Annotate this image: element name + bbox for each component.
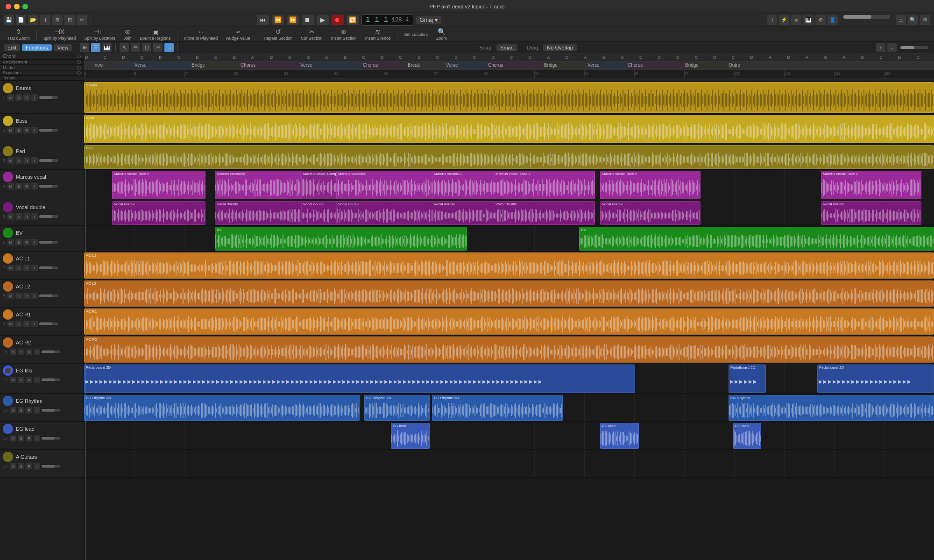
piano-icon[interactable]: 🎹	[803, 15, 814, 25]
arrangement-toggle[interactable]	[77, 60, 81, 64]
close-button[interactable]	[6, 4, 11, 9]
zoom-in-icon[interactable]: +	[876, 43, 885, 52]
pencil-tool[interactable]: ✏	[131, 43, 140, 52]
clip-6-1[interactable]: BV	[579, 227, 934, 251]
track-zoom-tool[interactable]: ⇕ Track Zoom	[4, 27, 34, 42]
move-playhead-tool[interactable]: ↔ Move to Playhead	[180, 27, 221, 42]
mute-btn-3[interactable]: M	[7, 157, 14, 164]
mute-btn-14[interactable]: M	[10, 463, 16, 469]
clip-13-0[interactable]: EG lead	[391, 423, 430, 449]
scissors-tool[interactable]: ✂	[153, 43, 163, 52]
volume-knob-10[interactable]	[42, 350, 60, 353]
play-button[interactable]: ▶	[317, 15, 329, 25]
mute-btn-8[interactable]: M	[7, 293, 14, 299]
fullscreen-button[interactable]	[22, 4, 28, 9]
back-button[interactable]: ⏪	[272, 15, 284, 25]
plugin-icon[interactable]: ⚡	[779, 15, 789, 25]
pencil-icon[interactable]: ✏	[77, 15, 87, 25]
search-icon2[interactable]: 🔍	[908, 15, 918, 25]
mute-btn-4[interactable]: M	[7, 183, 14, 189]
save-icon[interactable]: 💾	[4, 15, 14, 25]
forward-button[interactable]: ⏩	[287, 15, 299, 25]
snap-mode-select[interactable]: Smart	[496, 44, 517, 51]
volume-knob-7[interactable]	[39, 266, 58, 269]
input-btn-12[interactable]: I	[34, 407, 40, 413]
drag-mode-select[interactable]: No Overlap	[543, 44, 577, 51]
signature-toggle[interactable]	[77, 71, 81, 75]
zoom-slider[interactable]	[900, 46, 928, 49]
mute-btn-1[interactable]: M	[7, 94, 14, 101]
pointer-tool[interactable]: ↖	[120, 43, 129, 52]
solo-btn-9[interactable]: S	[15, 321, 22, 327]
clip-4-1[interactable]: Marcus vocal#06	[215, 171, 308, 199]
list-layout-icon[interactable]: ☰	[91, 43, 100, 52]
person-icon[interactable]: 👤	[828, 15, 838, 25]
zoom-out-icon[interactable]: -	[887, 43, 897, 52]
record-arm-btn-10[interactable]: R	[26, 349, 32, 355]
clip-4-3[interactable]: Marcus vocal#08	[336, 171, 434, 199]
record-arm-btn-4[interactable]: R	[23, 183, 30, 189]
input-btn-6[interactable]: I	[31, 239, 38, 245]
grid-layout-icon[interactable]: ⊞	[80, 43, 89, 52]
record-arm-btn-3[interactable]: R	[23, 157, 30, 164]
input-btn-8[interactable]: I	[31, 293, 38, 299]
record-arm-btn-6[interactable]: R	[23, 239, 30, 245]
solo-btn-4[interactable]: S	[15, 183, 22, 189]
clip-5-6[interactable]: Vocal double	[600, 201, 700, 225]
marquee-tool[interactable]: ⊡	[164, 43, 174, 52]
clip-13-2[interactable]: EG lead	[733, 423, 761, 449]
volume-knob-5[interactable]	[39, 215, 58, 218]
solo-btn-13[interactable]: S	[18, 435, 24, 441]
record-arm-btn-13[interactable]: R	[26, 435, 32, 441]
stop-button[interactable]: ⏹	[302, 15, 314, 25]
clip-1-0[interactable]: Drums	[84, 82, 934, 113]
input-btn-9[interactable]: I	[31, 321, 38, 327]
input-btn-7[interactable]: I	[31, 265, 38, 271]
input-btn-2[interactable]: I	[31, 127, 38, 133]
new-icon[interactable]: 📄	[16, 15, 26, 25]
clip-12-0[interactable]: EG Rhythm 2D	[84, 395, 360, 421]
solo-btn-8[interactable]: S	[15, 293, 22, 299]
input-btn-4[interactable]: I	[31, 183, 38, 189]
solo-btn-6[interactable]: S	[15, 239, 22, 245]
clip-4-6[interactable]: Marcus vocal: Take 2	[600, 171, 700, 199]
view-menu[interactable]: View	[54, 44, 72, 51]
solo-btn-11[interactable]: S	[18, 377, 24, 383]
volume-knob-12[interactable]	[42, 409, 60, 412]
clip-8-0[interactable]: AC L2	[84, 280, 934, 307]
record-arm-btn-9[interactable]: R	[23, 321, 30, 327]
input-btn-3[interactable]: I	[31, 157, 38, 164]
clip-7-0[interactable]: AC L1	[84, 252, 934, 279]
clip-6-0[interactable]: BV	[215, 227, 467, 251]
volume-knob-1[interactable]	[39, 96, 58, 99]
solo-btn-3[interactable]: S	[15, 157, 22, 164]
rewind-button[interactable]: ⏮	[257, 15, 269, 25]
marker-toggle[interactable]	[77, 66, 81, 70]
midi-icon[interactable]: ♩	[767, 15, 777, 25]
eraser-tool[interactable]: ◻	[142, 43, 151, 52]
clip-5-3[interactable]: Vocal double	[336, 201, 434, 225]
solo-btn-5[interactable]: S	[15, 213, 22, 220]
master-volume-slider[interactable]	[843, 15, 890, 19]
volume-knob-13[interactable]	[42, 437, 60, 440]
open-icon[interactable]: 📂	[28, 15, 38, 25]
record-button[interactable]: ⏺	[332, 15, 344, 25]
set-locators-tool[interactable]: Set Locators	[400, 31, 432, 38]
mute-btn-11[interactable]: M	[10, 377, 16, 383]
solo-btn-12[interactable]: S	[18, 407, 24, 413]
edit-menu[interactable]: Edit	[4, 44, 20, 51]
join-tool[interactable]: ⊕ Join	[120, 27, 135, 42]
solo-btn-14[interactable]: S	[18, 463, 24, 469]
zoom-tool[interactable]: 🔍 Zoom	[432, 27, 451, 42]
solo-btn-1[interactable]: S	[15, 94, 22, 101]
record-arm-btn-11[interactable]: R	[26, 377, 32, 383]
nudge-tool[interactable]: ≈ Nudge Value	[222, 27, 254, 42]
volume-knob-6[interactable]	[39, 241, 58, 244]
clip-11-2[interactable]: Pedalboard 2D▶▶▶▶▶▶▶▶▶▶▶▶▶▶▶▶▶▶▶▶	[817, 364, 934, 393]
piano-roll-icon[interactable]: 🎹	[102, 43, 112, 52]
cut-section-tool[interactable]: ✂ Cut Section	[297, 27, 326, 42]
record-arm-btn-12[interactable]: R	[26, 407, 32, 413]
volume-knob-9[interactable]	[39, 322, 58, 325]
mute-btn-12[interactable]: M	[10, 407, 16, 413]
mute-btn-9[interactable]: M	[7, 321, 14, 327]
